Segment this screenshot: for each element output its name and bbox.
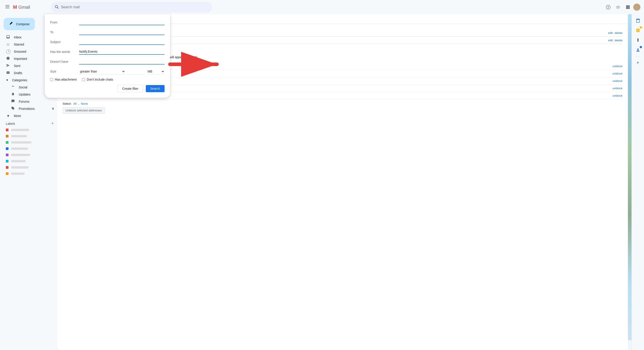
- svg-rect-7: [626, 5, 627, 6]
- compose-button[interactable]: Compose: [4, 18, 35, 30]
- label-item[interactable]: [0, 139, 57, 146]
- filter-delete-2[interactable]: delete: [615, 39, 622, 42]
- from-input[interactable]: [79, 19, 164, 25]
- updates-icon: [11, 92, 15, 97]
- sent-icon: [6, 64, 10, 68]
- forums-label: Forums: [19, 100, 54, 103]
- svg-rect-0: [5, 5, 10, 5]
- calendar-icon-button[interactable]: [634, 16, 642, 25]
- sidebar-item-forums[interactable]: Forums: [0, 98, 57, 105]
- no-chats-checkbox[interactable]: [82, 78, 85, 81]
- svg-rect-13: [626, 8, 627, 9]
- contacts-icon-button[interactable]: [634, 45, 642, 54]
- svg-line-4: [58, 7, 58, 8]
- help-button[interactable]: ?: [604, 3, 613, 11]
- contacts-badge: [640, 46, 642, 48]
- topbar: M Gmail ?: [0, 0, 644, 14]
- gmail-m-icon: M: [13, 4, 17, 10]
- compose-icon: [9, 21, 14, 26]
- search-icon: [54, 5, 59, 10]
- label-color-dot: [6, 160, 8, 163]
- settings-button[interactable]: [614, 3, 622, 11]
- tasks-icon-button[interactable]: [634, 26, 642, 35]
- search-field-from: From: [50, 18, 164, 27]
- gmail-logo: M Gmail: [13, 4, 30, 10]
- size-unit-select[interactable]: MB KB GB: [147, 68, 164, 75]
- add-apps-button[interactable]: +: [634, 58, 642, 67]
- size-comparator-select[interactable]: greater than less than: [79, 68, 125, 75]
- search-field-to: To: [50, 28, 164, 37]
- doesnt-have-input[interactable]: [79, 59, 164, 64]
- star-icon: ☆: [6, 42, 10, 47]
- label-item[interactable]: [0, 171, 57, 177]
- label-color-dot: [6, 154, 8, 156]
- promotions-badge: 4: [52, 107, 54, 110]
- subject-input[interactable]: [79, 39, 164, 45]
- has-attachment-checkbox[interactable]: [50, 78, 53, 81]
- unblock-link-3[interactable]: unblock: [612, 79, 622, 83]
- doesnt-have-label: Doesn't have: [50, 60, 79, 63]
- svg-rect-2: [5, 8, 10, 8]
- svg-rect-12: [628, 7, 630, 8]
- search-bar: [51, 2, 212, 12]
- unblock-link-2[interactable]: unblock: [612, 72, 622, 75]
- size-value-input[interactable]: [127, 69, 145, 74]
- filter-edit-2[interactable]: edit: [608, 39, 613, 42]
- from-label: From: [50, 20, 79, 24]
- drafts-icon: [6, 71, 10, 75]
- drafts-label: Drafts: [14, 71, 48, 75]
- grid-button[interactable]: [624, 3, 632, 11]
- right-panel: +: [632, 14, 644, 350]
- label-text-blur: [11, 129, 29, 131]
- sidebar-item-promotions[interactable]: Promotions 4: [0, 105, 57, 112]
- avatar[interactable]: [633, 3, 640, 11]
- sidebar-item-more[interactable]: ▾ More: [0, 112, 57, 119]
- no-chats-label[interactable]: Don't include chats: [82, 78, 113, 81]
- forums-icon: [11, 99, 15, 104]
- search-field-subject: Subject: [50, 37, 164, 46]
- search-field-has-words: Has the words: [50, 47, 164, 56]
- label-item[interactable]: [0, 133, 57, 139]
- create-filter-button[interactable]: Create filter: [118, 85, 143, 92]
- search-button[interactable]: Search: [146, 85, 164, 92]
- updates-label: Updates: [19, 93, 48, 96]
- unblock-link-1[interactable]: unblock: [612, 64, 622, 68]
- label-color-dot: [6, 141, 8, 144]
- label-color-dot: [6, 129, 8, 131]
- select-none-link[interactable]: None: [81, 102, 88, 105]
- add-label-button[interactable]: +: [51, 121, 54, 126]
- select-label: Select:: [62, 102, 72, 105]
- label-item[interactable]: [0, 158, 57, 164]
- label-color-dot: [6, 147, 8, 150]
- unblock-link-5[interactable]: unblock: [612, 94, 622, 97]
- promotions-icon: [11, 107, 15, 111]
- label-text-blur: [11, 173, 24, 175]
- unblock-link-4[interactable]: unblock: [612, 87, 622, 90]
- has-words-label: Has the words: [50, 50, 79, 54]
- search-input[interactable]: [61, 5, 208, 9]
- has-words-input[interactable]: [79, 49, 164, 55]
- has-attachment-label[interactable]: Has attachment: [50, 78, 77, 81]
- label-text-blur: [11, 166, 28, 169]
- svg-rect-10: [626, 7, 627, 8]
- filter-delete-1[interactable]: delete: [615, 31, 622, 35]
- menu-icon[interactable]: [4, 3, 11, 11]
- social-icon: [11, 85, 15, 90]
- label-item[interactable]: [0, 127, 57, 133]
- to-label: To: [50, 30, 79, 34]
- label-item[interactable]: [0, 146, 57, 152]
- to-input[interactable]: [79, 29, 164, 35]
- label-color-dot: [6, 166, 8, 169]
- select-all-link[interactable]: All: [73, 102, 76, 105]
- gmail-wordmark: Gmail: [18, 5, 30, 10]
- keep-icon-button[interactable]: [634, 36, 642, 45]
- unblock-selected-button[interactable]: Unblock selected addresses: [62, 107, 105, 114]
- promotions-label: Promotions: [19, 107, 48, 111]
- label-item[interactable]: [0, 152, 57, 158]
- subject-label: Subject: [50, 40, 79, 44]
- filter-edit-1[interactable]: edit: [608, 31, 613, 35]
- svg-rect-1: [5, 6, 10, 7]
- label-item[interactable]: [0, 164, 57, 171]
- snoozed-icon: 🕐: [6, 49, 10, 54]
- label-text-blur: [11, 154, 30, 156]
